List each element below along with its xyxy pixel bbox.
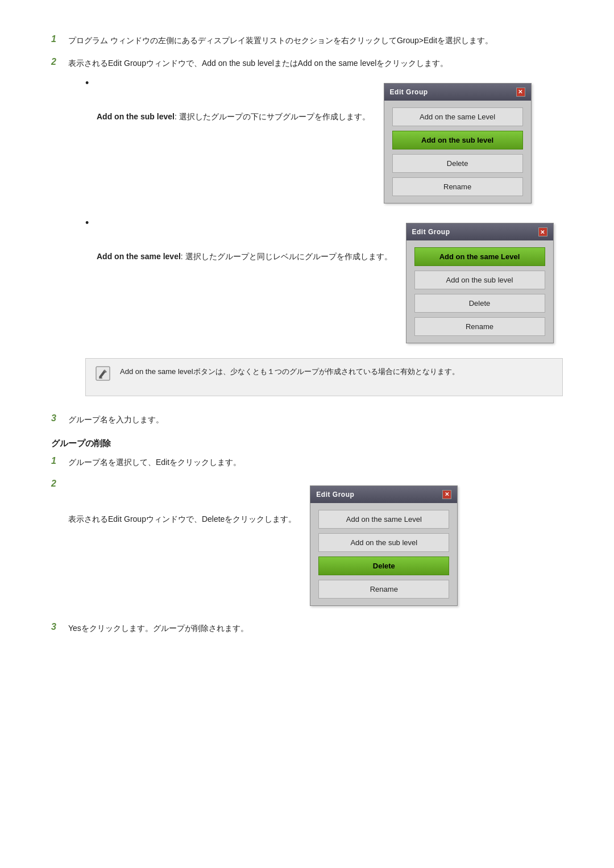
edit-group-dialog-2: Edit Group ✕ Add on the same Level Add o…: [406, 223, 554, 343]
dialog-3-close[interactable]: ✕: [442, 490, 451, 499]
dialog-3-body: Add on the same Level Add on the sub lev…: [310, 503, 457, 605]
bullet-1-label: Add on the sub level: [97, 112, 175, 121]
step-3: 3 グループ名を入力します。: [51, 413, 563, 427]
delete-step-number-2: 2: [51, 479, 68, 489]
bullet-2: • Add on the same level: 選択したグループと同じレベルに…: [85, 216, 563, 350]
step-number-2: 2: [51, 57, 68, 67]
dialog-2-titlebar: Edit Group ✕: [406, 223, 553, 240]
section-delete-heading: グループの削除: [51, 438, 563, 449]
edit-group-dialog-3: Edit Group ✕ Add on the same Level Add o…: [310, 485, 458, 606]
dialog-1-close[interactable]: ✕: [516, 88, 525, 97]
dialog-1-btn-same-level[interactable]: Add on the same Level: [392, 107, 523, 126]
dialog-2-btn-delete[interactable]: Delete: [414, 294, 545, 313]
delete-step-2-text: 表示されるEdit Groupウィンドウで、Deleteをクリックします。: [68, 514, 296, 524]
page-content: 1 プログラム ウィンドウの左側にあるディスプレイ装置リストのセクションを右クリ…: [51, 34, 563, 636]
dialog-3-title: Edit Group: [316, 489, 354, 500]
bullet-dot-2: •: [85, 216, 97, 230]
bullet-1: • Add on the sub level: 選択したグループの下にサブグルー…: [85, 76, 563, 210]
step-number-3: 3: [51, 413, 68, 423]
dialog-2-body: Add on the same Level Add on the sub lev…: [406, 240, 553, 343]
delete-step-1-text: グループ名を選択して、Editをクリックします。: [68, 456, 563, 470]
dialog-2-btn-rename[interactable]: Rename: [414, 317, 545, 336]
note-icon: [95, 366, 112, 389]
step-1: 1 プログラム ウィンドウの左側にあるディスプレイ装置リストのセクションを右クリ…: [51, 34, 563, 48]
dialog-1-btn-sub-level[interactable]: Add on the sub level: [392, 131, 523, 149]
dialog-3-btn-delete[interactable]: Delete: [318, 556, 449, 575]
dialog-3-titlebar: Edit Group ✕: [310, 486, 457, 503]
bullet-dot-1: •: [85, 76, 97, 90]
step-2-text: 表示されるEdit Groupウィンドウで、Add on the sub lev…: [68, 59, 448, 68]
dialog-1-titlebar: Edit Group ✕: [384, 84, 531, 101]
dialog-2-close[interactable]: ✕: [538, 227, 547, 236]
dialog-3-btn-same-level[interactable]: Add on the same Level: [318, 510, 449, 529]
dialog-3-btn-rename[interactable]: Rename: [318, 580, 449, 599]
bullet-2-label: Add on the same level: [97, 252, 181, 261]
note-text: Add on the same levelボタンは、少なくとも１つのグループが作…: [120, 366, 459, 378]
step-number-1: 1: [51, 34, 68, 44]
delete-step-3: 3 Yesをクリックします。グループが削除されます。: [51, 622, 563, 636]
delete-step-3-text: Yesをクリックします。グループが削除されます。: [68, 622, 563, 636]
bullet-1-text: : 選択したグループの下にサブグループを作成します。: [175, 112, 370, 121]
dialog-2-btn-same-level[interactable]: Add on the same Level: [414, 247, 545, 266]
delete-step-number-1: 1: [51, 456, 68, 466]
dialog-2-btn-sub-level[interactable]: Add on the sub level: [414, 271, 545, 289]
step-3-text: グループ名を入力します。: [68, 413, 563, 427]
delete-step-1: 1 グループ名を選択して、Editをクリックします。: [51, 456, 563, 470]
step-1-text: プログラム ウィンドウの左側にあるディスプレイ装置リストのセクションを右クリック…: [68, 34, 563, 48]
step-2: 2 表示されるEdit Groupウィンドウで、Add on the sub l…: [51, 57, 563, 404]
delete-step-2: 2 表示されるEdit Groupウィンドウで、Deleteをクリックします。 …: [51, 479, 563, 613]
edit-group-dialog-1: Edit Group ✕ Add on the same Level Add o…: [384, 83, 532, 203]
dialog-1-body: Add on the same Level Add on the sub lev…: [384, 101, 531, 203]
bullet-2-text: : 選択したグループと同じレベルにグループを作成します。: [181, 252, 392, 261]
note-box: Add on the same levelボタンは、少なくとも１つのグループが作…: [85, 358, 563, 396]
dialog-1-btn-delete[interactable]: Delete: [392, 154, 523, 173]
delete-step-number-3: 3: [51, 622, 68, 632]
dialog-1-btn-rename[interactable]: Rename: [392, 177, 523, 196]
dialog-3-btn-sub-level[interactable]: Add on the sub level: [318, 533, 449, 552]
dialog-2-title: Edit Group: [412, 226, 450, 238]
dialog-1-title: Edit Group: [390, 86, 428, 98]
